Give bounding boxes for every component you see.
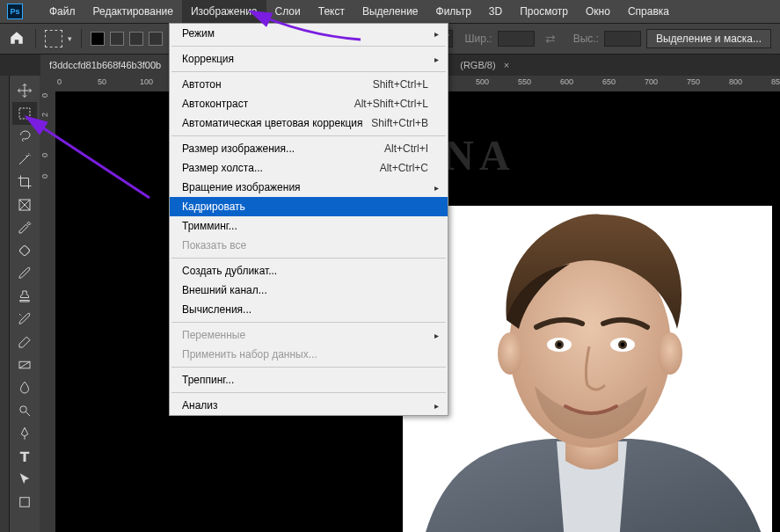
menu-item-shortcut: Shift+Ctrl+L [373, 78, 428, 91]
menu-window[interactable]: Окно [577, 0, 619, 23]
type-tool-icon[interactable] [12, 445, 37, 468]
close-tab-icon[interactable]: × [504, 60, 509, 70]
ruler-vertical: 0 2 0 0 [40, 91, 55, 532]
marquee-new-icon[interactable] [91, 32, 105, 46]
heal-tool-icon[interactable] [12, 239, 37, 262]
swap-icon[interactable]: ⇄ [545, 32, 556, 46]
chevron-down-icon[interactable]: ▾ [68, 34, 72, 43]
tool-preset-icon[interactable] [45, 30, 62, 47]
menu-item[interactable]: Коррекция [170, 49, 448, 69]
menu-item[interactable]: АвтотонShift+Ctrl+L [170, 75, 448, 94]
width-input[interactable] [498, 31, 535, 47]
menu-layers[interactable]: Слои [266, 0, 310, 23]
ruler-tick: 100 [140, 77, 153, 86]
menu-item[interactable]: Треппинг... [170, 370, 448, 390]
ruler-tick: 0 [40, 174, 49, 179]
marquee-intersect-icon[interactable] [149, 32, 163, 46]
menu-item: Показать все [170, 236, 448, 255]
document-mode-label: (RGB/8) [460, 60, 495, 70]
menu-item[interactable]: Размер изображения...Alt+Ctrl+I [170, 139, 448, 158]
frame-tool-icon[interactable] [12, 193, 37, 216]
ruler-corner [40, 76, 55, 91]
history-brush-tool-icon[interactable] [12, 308, 37, 331]
ruler-tick: 650 [602, 77, 616, 86]
menu-text[interactable]: Текст [310, 0, 354, 23]
wand-tool-icon[interactable] [12, 148, 37, 171]
brush-tool-icon[interactable] [12, 262, 37, 285]
menu-item[interactable]: Вычисления... [170, 300, 448, 319]
eraser-tool-icon[interactable] [12, 331, 37, 353]
ruler-tick: 0 [57, 77, 62, 86]
menu-item[interactable]: Тримминг... [170, 216, 448, 236]
menu-item[interactable]: Размер холста...Alt+Ctrl+C [170, 158, 448, 178]
gradient-tool-icon[interactable] [12, 353, 37, 376]
width-label: Шир.: [465, 33, 492, 45]
menu-item-label: Автотон [182, 78, 222, 91]
ruler-tick: 0 [40, 153, 49, 157]
menu-separator [171, 71, 446, 72]
menu-item: Переменные [170, 325, 448, 345]
menu-item-shortcut: Shift+Ctrl+B [371, 117, 428, 129]
menu-separator [171, 392, 446, 393]
menubar: Ps Файл Редактирование Изображение Слои … [0, 0, 780, 23]
menu-separator [171, 258, 446, 259]
menu-item[interactable]: Внешний канал... [170, 281, 448, 300]
dodge-tool-icon[interactable] [12, 399, 37, 422]
menu-select[interactable]: Выделение [354, 0, 427, 23]
menu-item[interactable]: Анализ [170, 396, 448, 415]
menu-view[interactable]: Просмотр [511, 0, 577, 23]
menu-file[interactable]: Файл [40, 0, 84, 23]
ruler-tick: 800 [729, 77, 742, 86]
svg-point-9 [658, 332, 682, 375]
menu-item[interactable]: Вращение изображения [170, 178, 448, 197]
menu-separator [171, 322, 446, 323]
menu-filter[interactable]: Фильтр [427, 0, 480, 23]
menu-3d[interactable]: 3D [480, 0, 511, 23]
eyedropper-tool-icon[interactable] [12, 216, 37, 239]
menu-help[interactable]: Справка [619, 0, 678, 23]
menu-item[interactable]: АвтоконтрастAlt+Shift+Ctrl+L [170, 94, 448, 113]
ruler-tick: 600 [560, 77, 573, 86]
menu-separator [171, 46, 446, 47]
menu-item[interactable]: Режим [170, 24, 448, 43]
move-tool-icon[interactable] [12, 79, 37, 102]
ruler-tick: 2 [40, 113, 49, 117]
menu-item-label: Размер изображения... [182, 142, 295, 155]
ruler-tick: 500 [476, 77, 489, 86]
marquee-subtract-icon[interactable] [129, 32, 143, 46]
ruler-tick: 850 [771, 77, 780, 86]
menu-item-label: Вращение изображения [182, 181, 301, 193]
menu-image[interactable]: Изображение [182, 0, 266, 23]
menu-item-label: Вычисления... [182, 303, 251, 316]
ruler-tick: 0 [40, 93, 49, 98]
marquee-add-icon[interactable] [110, 32, 124, 46]
height-input[interactable] [604, 31, 641, 47]
panel-collapse-strip[interactable] [0, 76, 10, 532]
canvas-image [403, 206, 772, 532]
crop-tool-icon[interactable] [12, 171, 37, 193]
menu-item: Применить набор данных... [170, 345, 448, 364]
menu-item-shortcut: Alt+Ctrl+I [384, 142, 428, 155]
menu-item-label: Автоконтраст [182, 98, 248, 110]
pen-tool-icon[interactable] [12, 422, 37, 445]
ruler-tick: 700 [645, 77, 658, 86]
menu-item[interactable]: Автоматическая цветовая коррекцияShift+C… [170, 113, 448, 133]
blur-tool-icon[interactable] [12, 376, 37, 399]
menu-item[interactable]: Создать дубликат... [170, 261, 448, 281]
svg-rect-5 [20, 498, 30, 507]
menu-item-label: Тримминг... [182, 220, 237, 232]
menu-item-label: Размер холста... [182, 162, 263, 174]
document-tab-info[interactable]: (RGB/8) × [451, 55, 518, 76]
shape-tool-icon[interactable] [12, 491, 37, 514]
marquee-tool-icon[interactable] [12, 102, 37, 125]
menu-item-shortcut: Alt+Shift+Ctrl+L [354, 98, 428, 110]
path-select-tool-icon[interactable] [12, 468, 37, 491]
home-icon[interactable] [9, 30, 26, 47]
stamp-tool-icon[interactable] [12, 285, 37, 308]
select-and-mask-button[interactable]: Выделение и маска... [646, 29, 771, 48]
lasso-tool-icon[interactable] [12, 125, 37, 148]
document-tab[interactable]: f3ddccfd81b668f46b3f00b [40, 55, 170, 76]
menu-item[interactable]: Кадрировать [170, 197, 448, 216]
menu-item-label: Режим [182, 27, 215, 40]
menu-edit[interactable]: Редактирование [84, 0, 182, 23]
